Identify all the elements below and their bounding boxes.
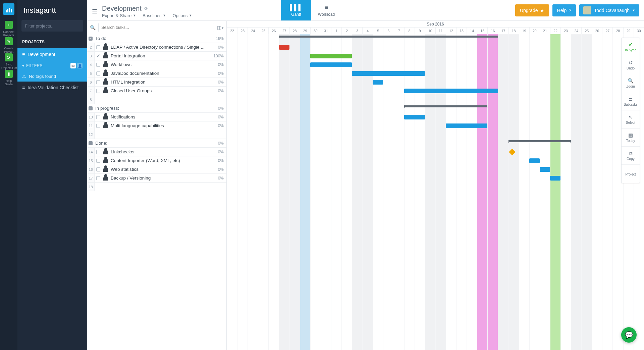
assignee-icon[interactable] [103, 71, 108, 76]
tool-zoom[interactable]: 🔍Zoom [622, 74, 640, 92]
task-row[interactable]: 14Linkchecker0% [87, 148, 226, 156]
user-icon[interactable]: 👤 [77, 63, 83, 68]
task-row[interactable]: 3✔Portal Integration100% [87, 52, 226, 60]
checkbox[interactable] [96, 115, 100, 119]
summary-done[interactable] [508, 140, 571, 142]
task-row[interactable]: 11Multi-language capabilities0% [87, 121, 226, 130]
rail-create-project[interactable]: ✎CreateProject [0, 37, 17, 54]
check-icon[interactable]: ✔ [97, 53, 100, 58]
checkbox[interactable] [96, 167, 100, 171]
summary-todo[interactable] [279, 36, 498, 38]
checkbox[interactable] [96, 80, 100, 84]
tool-project[interactable]: Project [622, 165, 640, 183]
assignee-icon[interactable] [103, 80, 108, 85]
filter-projects-input[interactable] [21, 20, 83, 32]
day-header: 11 [435, 28, 446, 34]
section-done[interactable]: −Done:0% [87, 139, 226, 148]
assignee-icon[interactable] [103, 158, 108, 163]
columns-icon[interactable]: ▥▾ [217, 25, 224, 30]
task-row[interactable]: 17Backup / Versioning0% [87, 174, 226, 183]
bar-web-stats[interactable] [540, 167, 550, 172]
menu-icon[interactable]: ☰ [92, 8, 97, 15]
assignee-icon[interactable] [103, 45, 108, 50]
undo-icon: ↺ [629, 60, 633, 66]
task-row[interactable]: 8 [87, 95, 226, 104]
bar-workflows[interactable] [310, 62, 352, 67]
assignee-icon[interactable] [103, 150, 108, 154]
menu-baselines[interactable]: Baselines▼ [143, 13, 166, 18]
task-row[interactable]: 2LDAP / Active Directory connections / S… [87, 43, 226, 52]
rail-connect-projects[interactable]: +ConnectProjects [0, 21, 17, 37]
checkbox[interactable] [96, 150, 100, 154]
bar-portal[interactable] [310, 54, 352, 58]
app-logo[interactable] [3, 3, 14, 15]
bar-html[interactable] [373, 80, 383, 85]
checkbox[interactable] [96, 71, 100, 76]
tool-undo[interactable]: ↺Undo [622, 56, 640, 74]
chat-bubble[interactable]: 💬 [621, 327, 637, 343]
assignee-icon[interactable] [103, 167, 108, 172]
tool-select[interactable]: ↖Select [622, 110, 640, 129]
milestone-linkchecker[interactable] [509, 149, 516, 155]
section-todo[interactable]: −To do:16% [87, 34, 226, 43]
reload-icon[interactable]: ⟳ [144, 6, 148, 11]
rail-help-guide[interactable]: ▮HelpGuide [0, 70, 17, 86]
menu-options[interactable]: Options▼ [172, 13, 192, 18]
task-row[interactable]: 15Content Importer (Word, XML, etc)0% [87, 156, 226, 165]
checkbox[interactable] [96, 124, 100, 128]
search-tasks-input[interactable] [98, 23, 214, 32]
task-row[interactable]: 4Workflows0% [87, 60, 226, 69]
project-development[interactable]: ≡Development [17, 48, 87, 60]
assignee-icon[interactable] [103, 115, 108, 119]
bar-ldap[interactable] [279, 45, 289, 50]
summary-inprogress[interactable] [404, 105, 488, 107]
day-header: 12 [446, 28, 456, 34]
assignee-icon[interactable] [103, 123, 108, 128]
task-row[interactable]: 18 [87, 183, 226, 191]
collapse-icon[interactable]: − [87, 37, 94, 41]
tool-in-sync[interactable]: ✔In Sync [622, 38, 640, 56]
subtasks-icon: ≣ [629, 96, 633, 102]
assignee-icon[interactable] [103, 89, 108, 93]
row-number: 10 [87, 113, 95, 121]
tool-today[interactable]: ▦Today [622, 129, 640, 147]
gantt-chart[interactable]: Sep 2016 2223242526272829303112345678910… [227, 21, 644, 350]
bar-content-importer[interactable] [529, 158, 540, 163]
tab-workload[interactable]: ≡Workload [311, 0, 341, 20]
collapse-icon[interactable]: − [87, 141, 94, 145]
filters-label: FILTERS [26, 63, 42, 68]
bar-javadoc[interactable] [352, 71, 425, 76]
menu-export-share[interactable]: Export & Share▼ [102, 13, 136, 18]
bar-closed-groups[interactable] [404, 89, 498, 93]
user-menu[interactable]: Todd Cavanaugh ▼ [579, 4, 639, 16]
assignee-icon[interactable] [103, 176, 108, 181]
project-idea-validation-checklist[interactable]: ≡Idea Validation Checklist [17, 82, 87, 94]
checkbox[interactable] [96, 89, 100, 93]
assignee-icon[interactable] [103, 62, 108, 67]
upgrade-button[interactable]: Upgrade ★ [515, 4, 549, 16]
filters-row[interactable]: ▾FILTERS🏷👤 [17, 60, 87, 71]
task-row[interactable]: 6HTML Integration0% [87, 78, 226, 87]
checkbox[interactable] [96, 45, 100, 49]
tab-gantt[interactable]: ▌▌▌Gantt [281, 0, 311, 20]
help-button[interactable]: Help ? [552, 4, 576, 16]
task-row[interactable]: 16Web statistics0% [87, 165, 226, 174]
list-icon: ≡ [22, 85, 25, 90]
assignee-icon[interactable] [103, 54, 108, 58]
bar-notifications[interactable] [404, 115, 425, 119]
task-row[interactable]: 7Closed User Groups0% [87, 87, 226, 95]
tool-copy[interactable]: ⧉Copy [622, 147, 640, 165]
checkbox[interactable] [96, 63, 100, 67]
tag-icon[interactable]: 🏷 [70, 63, 76, 68]
task-row[interactable]: 5JavaDoc documentation0% [87, 69, 226, 78]
task-row[interactable]: 12 [87, 130, 226, 139]
bar-backup[interactable] [550, 176, 560, 181]
rail-sync-projects-list[interactable]: ⟳SyncProjects List [0, 53, 17, 70]
collapse-icon[interactable]: − [87, 106, 94, 110]
section-inprogress[interactable]: −In progress:0% [87, 104, 226, 113]
tool-subtasks[interactable]: ≣Subtasks [622, 92, 640, 110]
checkbox[interactable] [96, 159, 100, 163]
bar-multilang[interactable] [446, 123, 487, 128]
task-row[interactable]: 10Notifications0% [87, 113, 226, 121]
checkbox[interactable] [96, 176, 100, 180]
